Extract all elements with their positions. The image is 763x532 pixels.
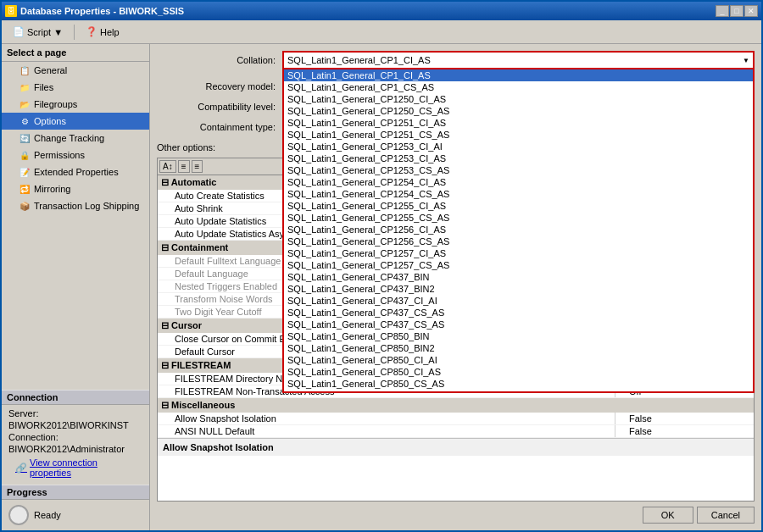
collation-option-12[interactable]: SQL_Latin1_General_CP1255_CS_AS (284, 212, 753, 224)
collation-row: Collation: SQL_Latin1_General_CP1_CI_AS … (157, 51, 755, 69)
collation-option-0[interactable]: SQL_Latin1_General_CP1_CI_AS (284, 69, 753, 81)
main-content: Select a page 📋 General 📁 Files 📂 Filegr… (2, 44, 761, 530)
sidebar-item-change-tracking[interactable]: 🔄 Change Tracking (2, 130, 149, 147)
main-window: 🗄 Database Properties - BIWORK_SSIS _ □ … (0, 0, 763, 532)
sidebar-header: Select a page (2, 44, 149, 62)
collation-option-1[interactable]: SQL_Latin1_General_CP1_CS_AS (284, 81, 753, 93)
collation-option-16[interactable]: SQL_Latin1_General_CP1257_CS_AS (284, 259, 753, 271)
connection-label-row: Connection: (8, 432, 142, 442)
collation-option-19[interactable]: SQL_Latin1_General_CP437_CI_AI (284, 295, 753, 307)
allow-snapshot-value: False (615, 413, 754, 425)
options-row-allow-snapshot: Allow Snapshot Isolation False (158, 413, 754, 425)
titlebar-icon: 🗄 (5, 5, 17, 17)
collation-options-list[interactable]: SQL_Latin1_General_CP1_CI_AS SQL_Latin1_… (284, 69, 753, 391)
sidebar-item-options[interactable]: ⚙ Options (2, 113, 149, 130)
files-icon: 📁 (19, 81, 31, 93)
collation-option-3[interactable]: SQL_Latin1_General_CP1250_CS_AS (284, 105, 753, 117)
sidebar-item-label-options: Options (34, 116, 66, 126)
collation-option-21[interactable]: SQL_Latin1_General_CP437_CS_AS (284, 319, 753, 330)
connection-label: Connection: (8, 432, 58, 442)
collation-option-5[interactable]: SQL_Latin1_General_CP1251_CS_AS (284, 129, 753, 141)
containment-type-label: Containment type: (157, 122, 276, 132)
collation-option-24[interactable]: SQL_Latin1_General_CP850_CI_AI (284, 354, 753, 366)
collation-dropdown[interactable]: SQL_Latin1_General_CP1_CI_AS ▼ (282, 51, 755, 69)
collation-option-9[interactable]: SQL_Latin1_General_CP1254_CI_AS (284, 176, 753, 188)
sidebar-item-label-permissions: Permissions (34, 150, 85, 160)
collation-container: Collation: SQL_Latin1_General_CP1_CI_AS … (157, 51, 755, 75)
sidebar-item-transaction-log[interactable]: 📦 Transaction Log Shipping (2, 197, 149, 214)
options-sort-az-button[interactable]: A↕ (159, 160, 176, 173)
script-label: Script (27, 27, 51, 37)
recovery-model-label: Recovery model: (157, 81, 276, 91)
progress-section: Progress (2, 485, 149, 500)
server-label-row: Server: (8, 408, 142, 418)
progress-status: Ready (34, 510, 61, 520)
collation-option-4[interactable]: SQL_Latin1_General_CP1251_CI_AS (284, 117, 753, 129)
sidebar-item-label-general: General (34, 65, 67, 75)
server-value: BIWORK2012\BIWORKINST (8, 420, 142, 430)
allow-snapshot-label: Allow Snapshot Isolation (158, 413, 615, 425)
filegroups-icon: 📂 (19, 98, 31, 110)
sidebar-item-label-mirroring: Mirroring (34, 184, 70, 194)
options-category-button[interactable]: ≡ (178, 160, 190, 173)
compatibility-level-label: Compatibility level: (157, 102, 276, 112)
collation-option-6[interactable]: SQL_Latin1_General_CP1253_CI_AI (284, 141, 753, 152)
view-connection-link[interactable]: 🔗 View connection properties (8, 456, 142, 479)
collation-option-20[interactable]: SQL_Latin1_General_CP437_CS_AS (284, 307, 753, 319)
help-icon: ❓ (86, 26, 97, 37)
collation-selected-value: SQL_Latin1_General_CP1_CI_AS (287, 55, 431, 65)
titlebar-controls: _ □ ✕ (716, 5, 758, 17)
sidebar-item-extended-properties[interactable]: 📝 Extended Properties (2, 163, 149, 180)
sidebar-item-mirroring[interactable]: 🔁 Mirroring (2, 180, 149, 197)
sidebar-item-label-change-tracking: Change Tracking (34, 133, 104, 143)
collation-option-8[interactable]: SQL_Latin1_General_CP1253_CS_AS (284, 164, 753, 176)
collation-option-10[interactable]: SQL_Latin1_General_CP1254_CS_AS (284, 188, 753, 200)
collation-dropdown-list: SQL_Latin1_General_CP1_CI_AS SQL_Latin1_… (282, 69, 755, 393)
connection-value: BIWORK2012\Administrator (8, 444, 142, 454)
toolbar: 📄 Script ▼ ❓ Help (2, 20, 761, 44)
sidebar-item-permissions[interactable]: 🔒 Permissions (2, 147, 149, 163)
connection-info: Server: BIWORK2012\BIWORKINST Connection… (2, 405, 149, 485)
description-label: Allow Snapshot Isolation (163, 442, 274, 452)
sidebar-item-files[interactable]: 📁 Files (2, 79, 149, 96)
help-button[interactable]: ❓ Help (80, 24, 125, 40)
collation-option-14[interactable]: SQL_Latin1_General_CP1256_CS_AS (284, 236, 753, 247)
sidebar: Select a page 📋 General 📁 Files 📂 Filegr… (2, 44, 150, 530)
options-icon: ⚙ (19, 115, 31, 127)
sidebar-item-label-extended: Extended Properties (34, 167, 119, 177)
collation-option-22[interactable]: SQL_Latin1_General_CP850_BIN (284, 330, 753, 342)
close-button[interactable]: ✕ (744, 5, 758, 17)
collation-option-15[interactable]: SQL_Latin1_General_CP1257_CI_AS (284, 247, 753, 259)
minimize-button[interactable]: _ (716, 5, 729, 17)
collation-option-27[interactable]: SQL_Latin1_General_Pref_CP1_CI_AS (284, 390, 753, 391)
collation-option-2[interactable]: SQL_Latin1_General_CP1250_CI_AS (284, 93, 753, 105)
options-properties-button[interactable]: ≡ (192, 160, 203, 173)
script-button[interactable]: 📄 Script ▼ (7, 24, 69, 40)
maximize-button[interactable]: □ (730, 5, 744, 17)
collation-option-25[interactable]: SQL_Latin1_General_CP850_CI_AS (284, 366, 753, 378)
transaction-log-icon: 📦 (19, 200, 31, 212)
sidebar-item-filegroups[interactable]: 📂 Filegroups (2, 96, 149, 113)
collation-option-7[interactable]: SQL_Latin1_General_CP1253_CI_AS (284, 152, 753, 164)
help-label: Help (100, 27, 120, 37)
collation-option-11[interactable]: SQL_Latin1_General_CP1255_CI_AS (284, 200, 753, 212)
collation-option-13[interactable]: SQL_Latin1_General_CP1256_CI_AS (284, 224, 753, 236)
collation-option-26[interactable]: SQL_Latin1_General_CP850_CS_AS (284, 378, 753, 390)
ansi-null-label: ANSI NULL Default (158, 425, 615, 438)
change-tracking-icon: 🔄 (19, 132, 31, 144)
section-miscellaneous-label: ⊟ Miscellaneous (158, 398, 754, 413)
sidebar-item-label-transaction-log: Transaction Log Shipping (34, 201, 139, 211)
extended-properties-icon: 📝 (19, 166, 31, 178)
collation-option-23[interactable]: SQL_Latin1_General_CP850_BIN2 (284, 342, 753, 354)
toolbar-separator (74, 25, 75, 40)
connection-section: Connection (2, 390, 149, 405)
script-dropdown-arrow: ▼ (53, 27, 63, 37)
right-panel: Collation: SQL_Latin1_General_CP1_CI_AS … (150, 44, 761, 530)
collation-option-18[interactable]: SQL_Latin1_General_CP437_BIN2 (284, 283, 753, 295)
sidebar-item-general[interactable]: 📋 General (2, 62, 149, 79)
cancel-button[interactable]: Cancel (697, 507, 755, 524)
mirroring-icon: 🔁 (19, 183, 31, 195)
collation-option-17[interactable]: SQL_Latin1_General_CP437_BIN (284, 271, 753, 283)
ok-button[interactable]: OK (643, 507, 693, 524)
description-area: Allow Snapshot Isolation (158, 438, 754, 456)
